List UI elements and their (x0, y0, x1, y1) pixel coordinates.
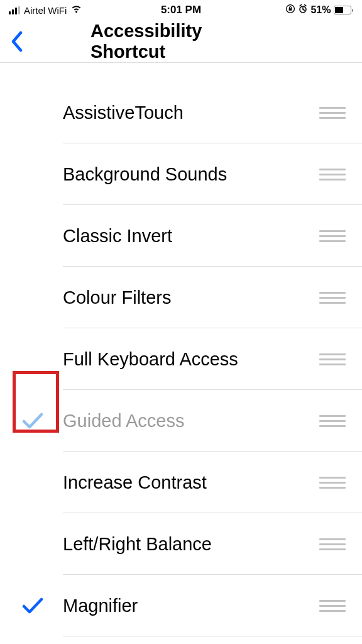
back-button[interactable] (6, 27, 28, 56)
reorder-handle-icon[interactable] (318, 288, 347, 308)
orientation-lock-icon (285, 4, 295, 16)
option-label: Guided Access (63, 411, 318, 431)
option-label: AssistiveTouch (63, 103, 318, 123)
battery-percent: 51% (310, 4, 331, 16)
reorder-handle-icon[interactable] (318, 473, 347, 492)
reorder-handle-icon[interactable] (318, 350, 347, 369)
nav-bar: Accessibility Shortcut (0, 20, 362, 63)
checkmark-icon (15, 596, 50, 615)
status-right: 51% (285, 4, 353, 16)
checkmark-icon (15, 411, 50, 430)
battery-icon (334, 6, 354, 14)
status-bar: Airtel WiFi 5:01 PM 51% (0, 0, 362, 20)
status-left: Airtel WiFi (9, 4, 82, 16)
reorder-handle-icon[interactable] (318, 103, 347, 123)
reorder-handle-icon[interactable] (318, 226, 347, 246)
reorder-handle-icon[interactable] (318, 596, 347, 616)
option-row[interactable]: Magnifier (0, 575, 362, 636)
status-time: 5:01 PM (161, 4, 201, 16)
page-title: Accessibility Shortcut (90, 21, 272, 62)
reorder-handle-icon[interactable] (318, 165, 347, 184)
option-row[interactable]: AssistiveTouch (0, 82, 362, 143)
option-label: Colour Filters (63, 287, 318, 308)
option-row[interactable]: Increase Contrast (0, 452, 362, 513)
option-label: Magnifier (63, 596, 318, 616)
option-row[interactable]: Background Sounds (0, 143, 362, 205)
wifi-icon (70, 4, 82, 16)
reorder-handle-icon[interactable] (318, 535, 347, 554)
option-row[interactable]: Full Keyboard Access (0, 328, 362, 390)
alarm-icon (298, 4, 308, 16)
option-label: Increase Contrast (63, 472, 318, 493)
option-row[interactable]: Guided Access (0, 390, 362, 452)
option-label: Left/Right Balance (63, 534, 318, 555)
carrier-label: Airtel WiFi (24, 5, 67, 16)
reorder-handle-icon[interactable] (318, 411, 347, 431)
option-row[interactable]: Colour Filters (0, 267, 362, 328)
option-label: Full Keyboard Access (63, 349, 318, 370)
option-label: Background Sounds (63, 164, 318, 185)
option-row[interactable]: Classic Invert (0, 205, 362, 267)
option-row[interactable]: Left/Right Balance (0, 513, 362, 575)
cellular-signal-icon (9, 6, 20, 14)
options-list: AssistiveTouchBackground SoundsClassic I… (0, 82, 362, 636)
option-label: Classic Invert (63, 226, 318, 247)
